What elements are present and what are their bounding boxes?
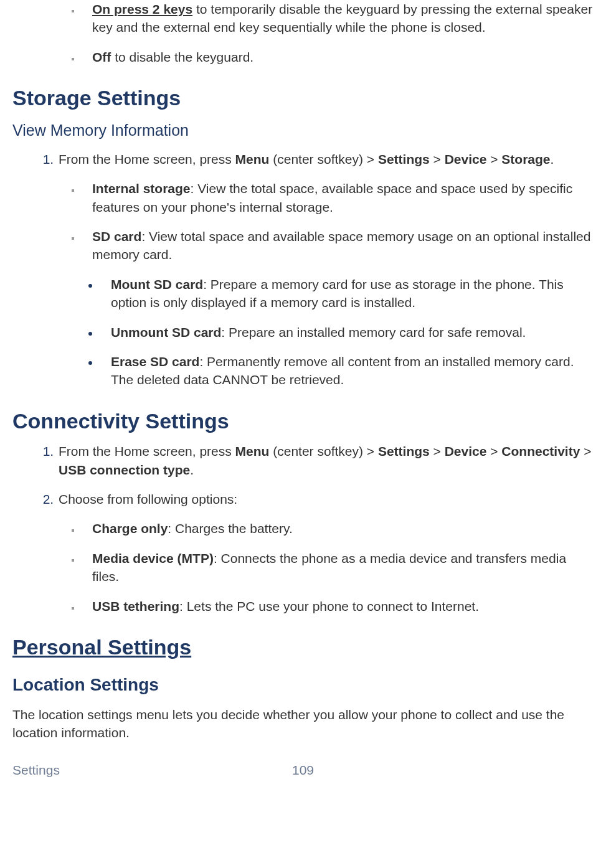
connectivity-heading: Connectivity Settings [12, 407, 594, 436]
connectivity-item: Media device (MTP): Connects the phone a… [81, 549, 594, 586]
step-text: . [551, 152, 554, 166]
footer-page-number: 109 [292, 761, 314, 779]
storage-heading: Storage Settings [12, 83, 594, 113]
item-bold: Internal storage [92, 181, 191, 196]
storage-item: Internal storage: View the total space, … [81, 179, 594, 216]
connectivity-items: Charge only: Charges the battery. Media … [12, 519, 594, 615]
connectivity-item: Charge only: Charges the battery. [81, 519, 594, 537]
subitem-bold: Mount SD card [111, 277, 203, 291]
step-text: > [486, 444, 501, 458]
step-text: (center softkey) > [269, 444, 377, 458]
item-text: : View total space and available space m… [92, 229, 590, 262]
item-bold: USB tethering [92, 599, 179, 613]
menu-key: Menu [235, 152, 270, 166]
item-bold: Media device (MTP) [92, 551, 214, 565]
step-text: > [580, 444, 591, 458]
footer-section: Settings [12, 763, 60, 777]
personal-heading: Personal Settings [12, 633, 594, 663]
path-item: USB connection type [59, 463, 190, 477]
item-text: : Lets the PC use your phone to connect … [179, 599, 479, 613]
storage-step-1: From the Home screen, press Menu (center… [57, 150, 594, 168]
connectivity-step-1: From the Home screen, press Menu (center… [57, 442, 594, 479]
connectivity-steps: From the Home screen, press Menu (center… [12, 442, 594, 508]
page-footer: Settings 109 [12, 761, 594, 779]
step-text: (center softkey) > [269, 152, 377, 166]
intro-item: On press 2 keys to temporarily disable t… [81, 0, 594, 37]
connectivity-step-2: Choose from following options: [57, 490, 594, 508]
sd-subitem: Erase SD card: Permanently remove all co… [100, 352, 594, 389]
location-paragraph: The location settings menu lets you deci… [12, 705, 594, 742]
intro-item: Off to disable the keyguard. [81, 48, 594, 66]
path-item: Device [445, 444, 487, 458]
step-text: From the Home screen, press [59, 444, 235, 458]
storage-item: SD card: View total space and available … [81, 227, 594, 264]
intro-bullets: On press 2 keys to temporarily disable t… [12, 0, 594, 66]
item-text: : Charges the battery. [168, 521, 292, 535]
subitem-bold: Unmount SD card [111, 325, 221, 339]
path-item: Settings [378, 444, 430, 458]
storage-steps: From the Home screen, press Menu (center… [12, 150, 594, 168]
subitem-bold: Erase SD card [111, 354, 199, 369]
intro-bold: On press 2 keys [92, 2, 192, 16]
path-item: Connectivity [501, 444, 580, 458]
step-text: > [486, 152, 501, 166]
intro-bold: Off [92, 50, 111, 64]
storage-subheading: View Memory Information [12, 120, 594, 141]
path-item: Storage [501, 152, 550, 166]
step-text: . [190, 463, 194, 477]
item-bold: Charge only [92, 521, 168, 535]
intro-rest: to disable the keyguard. [111, 50, 253, 64]
item-bold: SD card [92, 229, 141, 243]
sd-subitem: Mount SD card: Prepare a memory card for… [100, 275, 594, 312]
sd-subitem: Unmount SD card: Prepare an installed me… [100, 323, 594, 341]
connectivity-item: USB tethering: Lets the PC use your phon… [81, 597, 594, 615]
step-text: > [430, 152, 445, 166]
storage-items: Internal storage: View the total space, … [12, 179, 594, 264]
path-item: Device [445, 152, 487, 166]
sd-card-subitems: Mount SD card: Prepare a memory card for… [12, 275, 594, 389]
location-heading: Location Settings [12, 672, 594, 697]
step-text: From the Home screen, press [59, 152, 235, 166]
menu-key: Menu [235, 444, 270, 458]
path-item: Settings [378, 152, 430, 166]
step-text: > [430, 444, 445, 458]
subitem-text: : Prepare an installed memory card for s… [221, 325, 526, 339]
